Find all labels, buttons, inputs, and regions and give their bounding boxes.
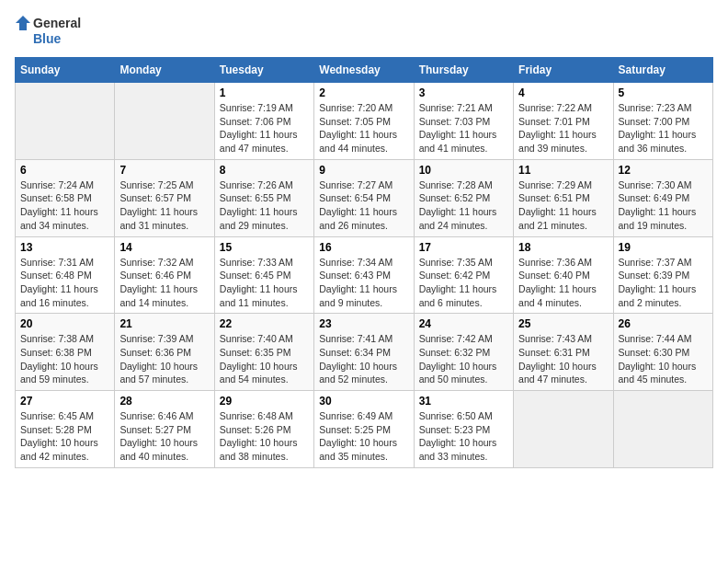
day-number: 3 (419, 86, 508, 99)
calendar-cell: 4Sunrise: 7:22 AMSunset: 7:01 PMDaylight… (514, 83, 613, 160)
day-number: 27 (20, 395, 109, 408)
calendar-cell: 22Sunrise: 7:40 AMSunset: 6:35 PMDayligh… (214, 314, 313, 391)
day-number: 19 (619, 241, 708, 254)
calendar-cell: 18Sunrise: 7:36 AMSunset: 6:40 PMDayligh… (514, 236, 613, 314)
calendar-cell: 2Sunrise: 7:20 AMSunset: 7:05 PMDaylight… (314, 83, 414, 160)
cell-details: Sunrise: 7:30 AMSunset: 6:49 PMDaylight:… (619, 178, 708, 233)
calendar-cell: 6Sunrise: 7:24 AMSunset: 6:58 PMDaylight… (16, 159, 115, 236)
calendar-week-row: 6Sunrise: 7:24 AMSunset: 6:58 PMDaylight… (16, 159, 713, 236)
weekday-header-cell: Sunday (16, 58, 115, 83)
cell-details: Sunrise: 6:50 AMSunset: 5:23 PMDaylight:… (419, 409, 508, 464)
cell-details: Sunrise: 7:41 AMSunset: 6:34 PMDaylight:… (319, 332, 408, 386)
cell-details: Sunrise: 7:38 AMSunset: 6:38 PMDaylight:… (20, 332, 109, 386)
calendar-cell: 26Sunrise: 7:44 AMSunset: 6:30 PMDayligh… (613, 314, 712, 391)
logo-graphic (15, 15, 31, 31)
day-number: 28 (119, 395, 209, 408)
cell-details: Sunrise: 7:42 AMSunset: 6:32 PMDaylight:… (419, 332, 508, 386)
weekday-header-cell: Saturday (613, 58, 712, 83)
day-number: 22 (220, 317, 309, 330)
cell-details: Sunrise: 7:26 AMSunset: 6:55 PMDaylight:… (220, 178, 309, 233)
calendar-cell (115, 83, 214, 160)
cell-details: Sunrise: 7:33 AMSunset: 6:45 PMDaylight:… (220, 256, 309, 310)
calendar-week-row: 20Sunrise: 7:38 AMSunset: 6:38 PMDayligh… (16, 314, 713, 391)
calendar-cell: 23Sunrise: 7:41 AMSunset: 6:34 PMDayligh… (314, 314, 414, 391)
calendar-cell: 31Sunrise: 6:50 AMSunset: 5:23 PMDayligh… (414, 391, 513, 468)
calendar-cell: 28Sunrise: 6:46 AMSunset: 5:27 PMDayligh… (115, 391, 214, 468)
day-number: 1 (220, 86, 309, 99)
weekday-header-cell: Thursday (414, 58, 513, 83)
cell-details: Sunrise: 7:28 AMSunset: 6:52 PMDaylight:… (419, 178, 508, 233)
cell-details: Sunrise: 7:19 AMSunset: 7:06 PMDaylight:… (220, 101, 309, 155)
calendar-cell: 1Sunrise: 7:19 AMSunset: 7:06 PMDaylight… (214, 83, 313, 160)
calendar-cell: 29Sunrise: 6:48 AMSunset: 5:26 PMDayligh… (214, 391, 313, 468)
weekday-header-cell: Monday (115, 58, 214, 83)
day-number: 21 (119, 317, 209, 330)
day-number: 12 (619, 164, 708, 177)
page-header: General Blue (15, 15, 713, 46)
day-number: 30 (319, 395, 408, 408)
weekday-header-cell: Wednesday (314, 58, 414, 83)
day-number: 29 (220, 395, 309, 408)
logo-general: General (33, 16, 81, 30)
cell-details: Sunrise: 7:36 AMSunset: 6:40 PMDaylight:… (518, 256, 608, 310)
day-number: 26 (619, 317, 708, 330)
day-number: 20 (20, 317, 109, 330)
day-number: 10 (419, 164, 508, 177)
calendar-cell: 21Sunrise: 7:39 AMSunset: 6:36 PMDayligh… (115, 314, 214, 391)
day-number: 4 (518, 86, 608, 99)
calendar-cell (16, 83, 115, 160)
calendar-week-row: 1Sunrise: 7:19 AMSunset: 7:06 PMDaylight… (16, 83, 713, 160)
day-number: 15 (220, 241, 309, 254)
day-number: 17 (419, 241, 508, 254)
calendar-cell: 12Sunrise: 7:30 AMSunset: 6:49 PMDayligh… (613, 159, 712, 236)
calendar-cell: 8Sunrise: 7:26 AMSunset: 6:55 PMDaylight… (214, 159, 313, 236)
calendar-cell: 19Sunrise: 7:37 AMSunset: 6:39 PMDayligh… (613, 236, 712, 314)
cell-details: Sunrise: 7:35 AMSunset: 6:42 PMDaylight:… (419, 256, 508, 310)
cell-details: Sunrise: 7:24 AMSunset: 6:58 PMDaylight:… (20, 178, 109, 233)
weekday-header-row: SundayMondayTuesdayWednesdayThursdayFrid… (16, 58, 713, 83)
cell-details: Sunrise: 7:23 AMSunset: 7:00 PMDaylight:… (619, 101, 708, 155)
logo-container: General Blue (15, 15, 81, 46)
calendar-cell: 20Sunrise: 7:38 AMSunset: 6:38 PMDayligh… (16, 314, 115, 391)
cell-details: Sunrise: 6:45 AMSunset: 5:28 PMDaylight:… (20, 409, 109, 464)
day-number: 6 (20, 164, 109, 177)
calendar-cell (514, 391, 613, 468)
cell-details: Sunrise: 6:46 AMSunset: 5:27 PMDaylight:… (119, 409, 209, 464)
day-number: 14 (119, 241, 209, 254)
day-number: 8 (220, 164, 309, 177)
day-number: 16 (319, 241, 408, 254)
calendar-cell: 27Sunrise: 6:45 AMSunset: 5:28 PMDayligh… (16, 391, 115, 468)
cell-details: Sunrise: 7:40 AMSunset: 6:35 PMDaylight:… (220, 332, 309, 386)
day-number: 24 (419, 317, 508, 330)
cell-details: Sunrise: 6:48 AMSunset: 5:26 PMDaylight:… (220, 409, 309, 464)
calendar-cell: 14Sunrise: 7:32 AMSunset: 6:46 PMDayligh… (115, 236, 214, 314)
calendar-cell: 7Sunrise: 7:25 AMSunset: 6:57 PMDaylight… (115, 159, 214, 236)
day-number: 23 (319, 317, 408, 330)
cell-details: Sunrise: 7:27 AMSunset: 6:54 PMDaylight:… (319, 178, 408, 233)
cell-details: Sunrise: 7:25 AMSunset: 6:57 PMDaylight:… (119, 178, 209, 233)
calendar-cell: 11Sunrise: 7:29 AMSunset: 6:51 PMDayligh… (514, 159, 613, 236)
day-number: 2 (319, 86, 408, 99)
calendar-cell: 13Sunrise: 7:31 AMSunset: 6:48 PMDayligh… (16, 236, 115, 314)
day-number: 13 (20, 241, 109, 254)
day-number: 7 (119, 164, 209, 177)
calendar-cell: 5Sunrise: 7:23 AMSunset: 7:00 PMDaylight… (613, 83, 712, 160)
day-number: 5 (619, 86, 708, 99)
calendar-body: 1Sunrise: 7:19 AMSunset: 7:06 PMDaylight… (16, 83, 713, 468)
svg-marker-0 (16, 16, 30, 30)
calendar-week-row: 13Sunrise: 7:31 AMSunset: 6:48 PMDayligh… (16, 236, 713, 314)
calendar-cell: 25Sunrise: 7:43 AMSunset: 6:31 PMDayligh… (514, 314, 613, 391)
calendar-cell: 10Sunrise: 7:28 AMSunset: 6:52 PMDayligh… (414, 159, 513, 236)
cell-details: Sunrise: 7:21 AMSunset: 7:03 PMDaylight:… (419, 101, 508, 155)
cell-details: Sunrise: 7:43 AMSunset: 6:31 PMDaylight:… (518, 332, 608, 386)
calendar-table: SundayMondayTuesdayWednesdayThursdayFrid… (15, 57, 713, 468)
cell-details: Sunrise: 7:20 AMSunset: 7:05 PMDaylight:… (319, 101, 408, 155)
day-number: 9 (319, 164, 408, 177)
cell-details: Sunrise: 7:31 AMSunset: 6:48 PMDaylight:… (20, 256, 109, 310)
cell-details: Sunrise: 7:29 AMSunset: 6:51 PMDaylight:… (518, 178, 608, 233)
weekday-header-cell: Tuesday (214, 58, 313, 83)
calendar-cell: 24Sunrise: 7:42 AMSunset: 6:32 PMDayligh… (414, 314, 513, 391)
day-number: 31 (419, 395, 508, 408)
cell-details: Sunrise: 7:22 AMSunset: 7:01 PMDaylight:… (518, 101, 608, 155)
calendar-week-row: 27Sunrise: 6:45 AMSunset: 5:28 PMDayligh… (16, 391, 713, 468)
